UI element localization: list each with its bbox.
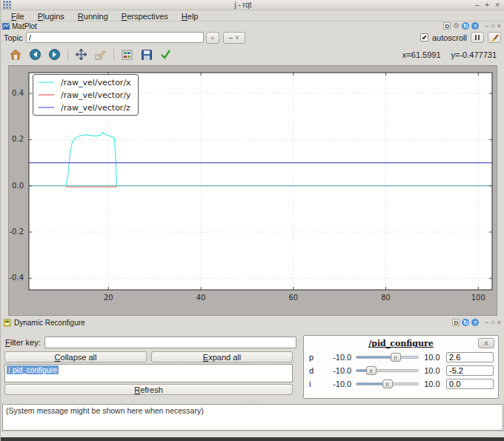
param-value-input-d[interactable]	[446, 365, 494, 376]
menu-item-file[interactable]: File	[5, 12, 30, 21]
brush-icon	[490, 33, 499, 42]
autoscroll-label: autoscroll	[432, 33, 467, 42]
matplot-dock-title: MatPlot	[12, 22, 37, 30]
window-close-icon[interactable]: ×	[495, 1, 500, 9]
dock-close-icon[interactable]: ×	[497, 22, 501, 30]
svg-text:40: 40	[196, 294, 206, 302]
matplot-dock-header: MatPlot D ⚙ ↻ ? – ○ ×	[1, 21, 504, 30]
param-slider-p[interactable]	[356, 353, 419, 362]
svg-text:80: 80	[381, 294, 391, 302]
param-name-label: d	[309, 366, 327, 375]
dock-minimize-icon[interactable]: –	[485, 22, 488, 30]
pan-button[interactable]	[75, 48, 87, 61]
reconfigure-dock-header: Dynamic Reconfigure D ↻ ? – ○ ×	[1, 317, 504, 328]
dock-badge-icon[interactable]: D	[443, 22, 451, 30]
slider-handle[interactable]	[391, 353, 401, 362]
legend-label-y: /raw_vel/vector/y	[61, 90, 131, 100]
legend-entry: /raw_vel/vector/x	[39, 77, 131, 87]
back-arrow-icon	[30, 49, 41, 60]
reconfigure-plugin-icon	[4, 319, 12, 327]
dock-minimize-icon[interactable]: –	[485, 319, 488, 326]
menu-item-help[interactable]: Help	[176, 12, 205, 21]
menu-item-perspectives[interactable]: Perspectives	[116, 12, 174, 21]
svg-text:-0.2: -0.2	[9, 228, 24, 236]
dock-undock-icon[interactable]: ○	[491, 319, 494, 326]
param-value-input-p[interactable]	[446, 352, 494, 362]
param-value-input-i[interactable]	[446, 379, 494, 389]
minus-icon: –	[228, 33, 233, 42]
param-max-label: 10.0	[424, 353, 443, 362]
coord-y-value: y=-0.477731	[451, 50, 497, 59]
param-min-label: -10.0	[327, 366, 351, 375]
slider-handle[interactable]	[366, 366, 377, 375]
slider-handle[interactable]	[382, 379, 393, 388]
pid-configure-card: /pid_configure × p -10.0 10.0 d -10.0	[303, 335, 499, 399]
settings-gear-icon[interactable]: ⚙	[453, 22, 460, 30]
remove-topic-dropdown[interactable]: – ∨	[223, 32, 245, 44]
menu-item-running[interactable]: Running	[72, 12, 114, 21]
configure-subplots-button[interactable]	[121, 48, 133, 61]
param-row-i: i -10.0 10.0	[309, 379, 494, 389]
pan-move-icon	[76, 49, 87, 60]
help-icon[interactable]: ?	[471, 22, 479, 30]
topic-input[interactable]	[26, 32, 204, 43]
window-minimize-icon[interactable]: –	[475, 1, 480, 9]
param-row-p: p -10.0 10.0	[309, 352, 494, 362]
expand-all-button[interactable]: Expand all	[151, 351, 293, 362]
reload-plugin-icon[interactable]: ↻	[462, 319, 469, 326]
window-titlebar: j - rqt – + ×	[1, 0, 504, 10]
home-button[interactable]	[10, 48, 22, 61]
param-slider-d[interactable]	[356, 366, 419, 375]
collapse-all-button[interactable]: Collapse all	[4, 351, 147, 362]
bottom-edge	[1, 437, 504, 441]
tree-item-pid-configure[interactable]: pid_configure	[7, 365, 59, 374]
menubar: File Plugins Running Perspectives Help	[1, 11, 504, 21]
plot-legend: /raw_vel/vector/x /raw_vel/vector/y /raw…	[33, 74, 139, 116]
apply-button[interactable]	[159, 48, 172, 61]
dock-undock-icon[interactable]: ○	[491, 22, 494, 30]
cursor-coordinates: x=61.5991 y=-0.477731	[402, 50, 497, 59]
tree-item-label: pid_configure	[13, 366, 57, 374]
card-close-button[interactable]: ×	[478, 338, 494, 348]
filter-key-label: Filter key:	[5, 338, 41, 347]
svg-text:60: 60	[288, 294, 298, 302]
dock-badge-icon[interactable]: D	[452, 319, 460, 326]
zoom-rect-button[interactable]	[94, 48, 107, 61]
param-max-label: 10.0	[424, 379, 443, 388]
check-icon	[422, 35, 426, 40]
svg-text:-0.4: -0.4	[9, 273, 24, 282]
param-slider-i[interactable]	[356, 379, 419, 388]
autoscroll-checkbox[interactable]	[420, 33, 428, 42]
status-bar: ⋰⋰	[1, 431, 504, 437]
param-row-d: d -10.0 10.0	[309, 365, 494, 376]
reconfigure-dock-title: Dynamic Reconfigure	[14, 319, 85, 327]
plot-toolbar: x=61.5991 y=-0.477731	[1, 44, 504, 64]
param-min-label: -10.0	[327, 353, 351, 362]
pause-button[interactable]	[471, 32, 484, 43]
matplot-plugin-icon	[2, 22, 10, 30]
window-title: j - rqt	[11, 1, 475, 9]
node-tree: pid_configure	[4, 364, 293, 382]
svg-text:20: 20	[104, 294, 113, 302]
menu-item-plugins[interactable]: Plugins	[32, 12, 70, 21]
back-button[interactable]	[29, 48, 42, 61]
dock-close-icon[interactable]: ×	[497, 319, 501, 326]
add-topic-button[interactable]: +	[206, 32, 219, 44]
filter-key-input[interactable]	[44, 336, 296, 348]
coord-x-value: x=61.5991	[402, 50, 441, 59]
param-max-label: 10.0	[424, 366, 443, 375]
refresh-button[interactable]: Refresh	[4, 384, 293, 395]
subplots-grid-icon	[122, 50, 133, 60]
legend-swatch-y	[39, 94, 54, 96]
legend-swatch-x	[39, 82, 54, 83]
param-name-label: p	[309, 353, 327, 362]
window-maximize-icon[interactable]: +	[485, 1, 489, 9]
clear-plot-button[interactable]	[488, 32, 501, 43]
reload-plugin-icon[interactable]: ↻	[462, 22, 469, 30]
forward-button[interactable]	[48, 48, 61, 61]
plot-figure[interactable]: 20406080100-0.4-0.20.00.20.4 /raw_vel/ve…	[8, 65, 497, 316]
svg-text:100: 100	[471, 294, 485, 302]
app-grid-icon	[3, 1, 11, 9]
help-icon[interactable]: ?	[471, 319, 479, 326]
save-figure-button[interactable]	[140, 48, 153, 61]
